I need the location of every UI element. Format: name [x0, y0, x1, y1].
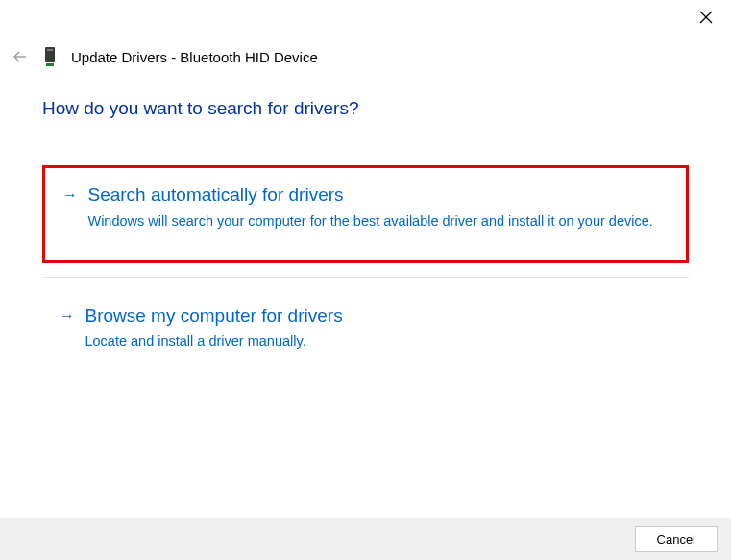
close-button[interactable]	[696, 8, 716, 27]
arrow-right-icon: →	[60, 307, 75, 325]
dialog-header: Update Drivers - Bluetooth HID Device	[0, 0, 731, 67]
device-icon	[42, 46, 58, 67]
dialog-footer: Cancel	[0, 518, 731, 560]
option-search-automatically[interactable]: → Search automatically for drivers Windo…	[42, 165, 689, 263]
cancel-button[interactable]: Cancel	[635, 526, 718, 552]
option-description: Locate and install a driver manually.	[85, 331, 668, 352]
option-description: Windows will search your computer for th…	[87, 211, 665, 231]
svg-rect-5	[46, 63, 54, 66]
option-title: Browse my computer for drivers	[85, 304, 668, 329]
back-arrow-icon	[12, 48, 29, 65]
option-browse-computer[interactable]: → Browse my computer for drivers Locate …	[42, 291, 689, 370]
dialog-title: Update Drivers - Bluetooth HID Device	[71, 49, 318, 65]
option-title: Search automatically for drivers	[87, 183, 665, 207]
divider	[42, 277, 689, 278]
arrow-right-icon: →	[62, 186, 78, 204]
main-heading: How do you want to search for drivers?	[42, 98, 689, 119]
close-icon	[699, 11, 713, 24]
svg-rect-4	[47, 49, 53, 51]
dialog-content: How do you want to search for drivers? →…	[0, 67, 731, 369]
back-button[interactable]	[12, 48, 29, 65]
